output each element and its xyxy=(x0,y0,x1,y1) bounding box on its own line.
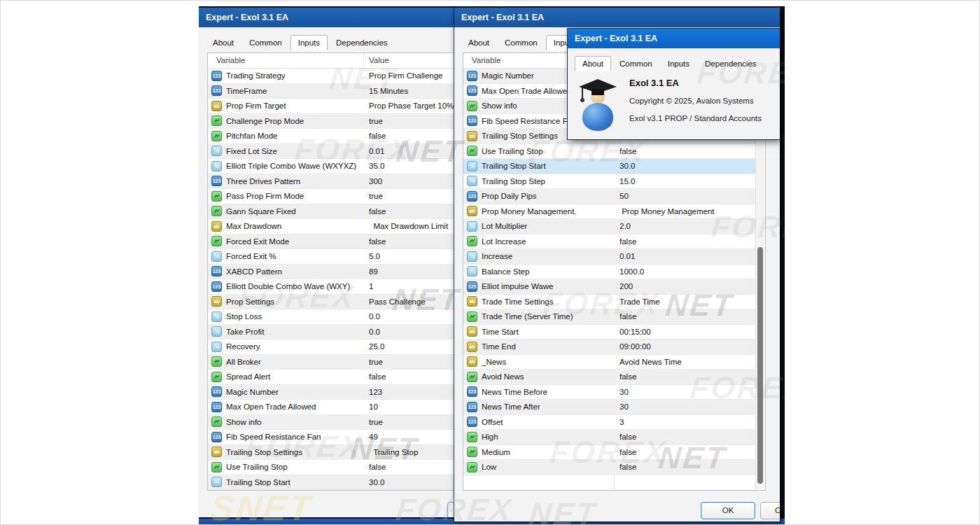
bool-type-icon xyxy=(211,462,222,472)
param-row[interactable]: Lot Increasefalse xyxy=(463,234,755,250)
param-row[interactable]: ½Stop Loss0.0 xyxy=(208,309,455,325)
bool-type-icon xyxy=(211,115,222,126)
param-value: 50 xyxy=(620,189,754,204)
param-row[interactable]: ½Lot Multiplier2.0 xyxy=(463,219,755,234)
param-name: Low xyxy=(482,460,612,475)
param-row[interactable]: 123Elliott Double Combo Wave (WXY)1 xyxy=(208,279,455,295)
param-name: Use Trailing Stop xyxy=(226,460,362,475)
dialog1-tab-common[interactable]: Common xyxy=(242,36,289,50)
param-row[interactable]: Challenge Prop Modetrue xyxy=(208,114,455,130)
param-row[interactable]: abProp Firm TargetProp Phase Target 10% xyxy=(208,99,455,114)
dialog3-tab-common[interactable]: Common xyxy=(612,57,659,71)
param-row[interactable]: 123Fib Speed Resistance Fan49 xyxy=(208,430,455,445)
dialog2-tab-common[interactable]: Common xyxy=(498,36,545,50)
dialog3-tab-inputs[interactable]: Inputs xyxy=(661,57,696,71)
param-row[interactable]: ½Trailing Stop Start30.0 xyxy=(208,475,455,491)
param-row[interactable]: ½Trailing Stop Start30.0 xyxy=(463,159,755,174)
ok-button[interactable]: OK xyxy=(701,502,755,519)
param-row[interactable]: Show infotrue xyxy=(208,415,455,430)
param-row[interactable]: ½Balance Step1000.0 xyxy=(463,265,755,280)
cancel-button[interactable]: Cancel xyxy=(760,502,780,519)
param-row[interactable]: Avoid Newsfalse xyxy=(463,370,755,385)
param-row[interactable]: ½Increase0.01 xyxy=(463,249,755,265)
param-row[interactable]: Highfalse xyxy=(463,430,755,445)
scrollbar-thumb[interactable] xyxy=(757,247,763,484)
str-type-icon: ab xyxy=(467,206,477,216)
param-name: Elliott Double Combo Wave (WXY) xyxy=(226,279,362,294)
param-row[interactable]: All Brokertrue xyxy=(208,355,455,370)
dialog1-tab-dependencies[interactable]: Dependencies xyxy=(329,36,395,50)
param-name: Fib Speed Resistance Fan xyxy=(226,430,362,444)
dbl-type-icon: ½ xyxy=(467,266,477,276)
param-value: 123 xyxy=(369,385,454,400)
param-row[interactable]: Use Trailing Stopfalse xyxy=(463,144,755,160)
param-row[interactable]: ½Trailing Stop Step15.0 xyxy=(463,174,755,190)
param-row[interactable]: 123TimeFrame15 Minutes xyxy=(208,84,455,99)
param-value: Prop Money Management xyxy=(620,204,754,219)
dialog3-tab-dependencies[interactable]: Dependencies xyxy=(698,57,764,71)
param-row[interactable]: Pitchfan Modefalse xyxy=(208,129,455,144)
param-value: 2.0 xyxy=(620,219,754,234)
param-row[interactable]: 123XABCD Pattern89 xyxy=(208,265,455,280)
int-type-icon: 123 xyxy=(467,191,477,202)
param-value: Trade Time xyxy=(620,295,754,309)
param-row[interactable]: Forced Exit Modefalse xyxy=(208,234,455,250)
param-row[interactable]: Spread Alertfalse xyxy=(208,370,455,385)
param-row[interactable]: 123Offset3 xyxy=(463,415,755,430)
param-name: All Broker xyxy=(226,355,362,370)
dbl-type-icon: ½ xyxy=(211,342,222,352)
param-row[interactable]: abTime Start00:15:00 xyxy=(463,325,755,340)
param-value: Prop Firm Challenge xyxy=(369,69,454,83)
dialog2-tab-about[interactable]: About xyxy=(461,36,496,50)
param-row[interactable]: ab_NewsAvoid News Time xyxy=(463,355,755,370)
param-value: 0.01 xyxy=(620,249,754,264)
param-name: Elliott Triple Combo Wawe (WXYXZ) xyxy=(226,159,362,174)
param-row[interactable]: 123News Time Before30 xyxy=(463,385,755,400)
param-name: Prop Daily Pips xyxy=(482,189,612,204)
bool-type-icon xyxy=(467,146,477,156)
param-row[interactable]: 123Magic Number123 xyxy=(208,385,455,400)
param-row[interactable]: 123Three Drives Pattern300 xyxy=(208,174,455,190)
param-value: false xyxy=(620,309,754,324)
param-row[interactable]: ½Elliott Triple Combo Wawe (WXYXZ)35.0 xyxy=(208,159,455,174)
param-name: News Time Before xyxy=(482,385,612,400)
dialog3-tab-about[interactable]: About xyxy=(575,56,611,71)
bool-type-icon xyxy=(211,372,222,382)
param-row[interactable]: ½Recovery25.0 xyxy=(208,340,455,355)
param-row[interactable]: abTrade Time SettingsTrade Time xyxy=(463,295,755,310)
param-row[interactable]: abTime End09:00:00 xyxy=(463,340,755,355)
param-row[interactable]: Trade Time (Server Time)false xyxy=(463,309,755,325)
param-row[interactable]: Pass Prop Firm Modetrue xyxy=(208,189,455,204)
dialog1-tabstrip: About Common Inputs Dependencies xyxy=(206,34,395,50)
param-row[interactable]: 123Elliot impulse Wawe200 xyxy=(463,279,755,295)
param-value: false xyxy=(620,445,754,460)
param-row[interactable]: 123News Time After30 xyxy=(463,400,755,415)
param-value: 25.0 xyxy=(369,340,454,354)
dialog1-title: Expert - Exol 3.1 EA xyxy=(206,13,288,22)
param-row[interactable]: Mediumfalse xyxy=(463,445,755,461)
ea-copyright: Copyright © 2025, Avalon Systems xyxy=(629,97,754,105)
param-row[interactable]: Use Trailing Stopfalse xyxy=(208,460,455,475)
dialog1-tab-about[interactable]: About xyxy=(206,36,241,50)
param-row[interactable]: Gann Square Fixedfalse xyxy=(208,204,455,220)
param-row[interactable]: Lowfalse xyxy=(463,460,755,475)
param-value: false xyxy=(369,234,454,249)
dialog2-titlebar[interactable]: Expert - Exol 3.1 EA xyxy=(454,8,780,27)
param-row[interactable]: ½Take Profit0.0 xyxy=(208,325,455,340)
param-row[interactable]: abProp Money Management. Prop Money Mana… xyxy=(463,204,755,220)
param-row[interactable]: 123Prop Daily Pips50 xyxy=(463,189,755,204)
param-row[interactable]: 123Trading StrategyProp Firm Challenge xyxy=(208,69,455,84)
dialog3-titlebar[interactable]: Expert - Exol 3.1 EA xyxy=(568,29,780,48)
param-name: Stop Loss xyxy=(226,309,362,324)
int-type-icon: 123 xyxy=(211,71,222,81)
param-row[interactable]: abProp SettingsPass Challenge xyxy=(208,295,455,310)
param-value: 1 xyxy=(369,279,454,294)
param-row[interactable]: abMax Drawdown Max Drawdown Limit xyxy=(208,219,455,234)
dialog1-tab-inputs[interactable]: Inputs xyxy=(290,35,328,50)
dialog1-titlebar[interactable]: Expert - Exol 3.1 EA xyxy=(199,8,456,27)
param-row[interactable]: ½Fixed Lot Size0.01 xyxy=(208,144,455,160)
param-value: 3 xyxy=(620,415,754,430)
param-row[interactable]: abTrailing Stop Settings Trailing Stop xyxy=(208,445,455,461)
param-row[interactable]: ½Forced Exit %5.0 xyxy=(208,249,455,265)
param-row[interactable]: 123Max Open Trade Allowed10 xyxy=(208,400,455,415)
